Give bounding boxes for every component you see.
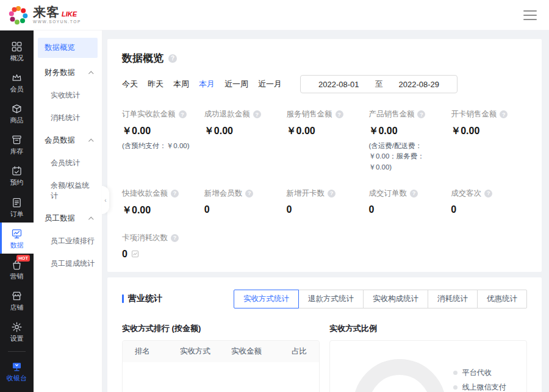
- stat-card-consume-count: 卡项消耗次数? 0: [122, 233, 527, 260]
- help-icon[interactable]: ?: [410, 190, 418, 198]
- sidebar-item-data[interactable]: 数据: [0, 223, 34, 254]
- sidebar-item-orders[interactable]: 订单: [0, 191, 34, 223]
- monitor-chart-icon: [11, 228, 23, 240]
- submenu-item-member-stats[interactable]: 会员统计: [34, 152, 102, 174]
- stat-label: 产品销售金额: [368, 109, 414, 119]
- tab-income-composition-stats[interactable]: 实收构成统计: [363, 290, 428, 308]
- stat-deal-orders: 成交订单数? 0: [368, 188, 445, 217]
- submenu-item-staff-performance-ranking[interactable]: 员工业绩排行: [34, 230, 102, 252]
- secondary-sidebar: 数据概览 财务数据 实收统计 消耗统计 会员数据 会员统计 余额/权益统计 员工…: [34, 30, 102, 392]
- chevron-up-icon: [88, 216, 93, 221]
- divider: [8, 351, 26, 352]
- legend-dot: [453, 371, 458, 375]
- submenu-item-consumption-stats[interactable]: 消耗统计: [34, 107, 102, 129]
- menu-toggle-icon[interactable]: [523, 10, 537, 20]
- package-icon: [11, 103, 23, 115]
- stat-service-sales-amount: 服务销售金额? ￥0.00: [287, 109, 363, 173]
- sidebar-item-inventory[interactable]: 库存: [0, 129, 34, 160]
- submenu-group-staff-data[interactable]: 员工数据: [34, 207, 102, 230]
- submenu-item-staff-commission-stats[interactable]: 员工提成统计: [34, 252, 102, 275]
- stat-label: 服务销售金额: [287, 109, 332, 119]
- stat-label: 新增开卡数: [287, 188, 325, 199]
- submenu-item-balance-equity-stats[interactable]: 余额/权益统计: [34, 174, 102, 207]
- sidebar-item-overview[interactable]: 概况: [0, 35, 34, 66]
- rail-bottom: 收银台: [0, 347, 34, 392]
- stats-tabs: 实收方式统计 退款方式统计 实收构成统计 消耗统计 优惠统计: [234, 290, 527, 308]
- filter-today[interactable]: 今天: [122, 79, 138, 90]
- filter-this-month[interactable]: 本月: [199, 79, 215, 90]
- chevron-up-icon: [88, 71, 93, 76]
- filter-yesterday[interactable]: 昨天: [148, 79, 163, 90]
- chevron-up-icon: [88, 138, 93, 143]
- overview-card: 数据概览 ? 今天 昨天 本周 本月 近一周 近一月 2022-08-01 至 …: [107, 39, 542, 272]
- help-icon[interactable]: ?: [500, 110, 508, 118]
- sidebar-item-products[interactable]: 商品: [0, 98, 34, 129]
- stat-order-paid-amount: 订单实收款金额? ￥0.00 (含预约支付：￥0.00): [122, 109, 198, 173]
- detail-report-icon[interactable]: [131, 250, 139, 258]
- document-icon: [11, 197, 23, 208]
- sidebar-item-members[interactable]: 会员: [0, 66, 34, 98]
- tab-consumption-stats[interactable]: 消耗统计: [428, 290, 478, 308]
- date-range-picker[interactable]: 2022-08-01 至 2022-08-29: [300, 75, 458, 93]
- help-icon[interactable]: ?: [484, 190, 492, 198]
- tab-refund-method-stats[interactable]: 退款方式统计: [298, 290, 364, 308]
- help-icon[interactable]: ?: [245, 190, 253, 198]
- help-icon[interactable]: ?: [328, 190, 336, 198]
- ranking-table: 排名 实收方式 实收金额 占比 暂无数据: [122, 340, 320, 392]
- date-end[interactable]: 2022-08-29: [399, 80, 440, 89]
- section-title: 营业统计: [122, 293, 162, 304]
- legend-label: 平台代收: [462, 368, 492, 378]
- chevron-left-icon: ‹: [104, 197, 106, 204]
- submenu-item-income-stats[interactable]: 实收统计: [34, 84, 102, 107]
- stat-value: 0: [368, 204, 445, 215]
- stat-value: 0: [204, 204, 281, 215]
- help-icon[interactable]: ?: [336, 110, 343, 118]
- legend-label: 线上微信支付: [462, 382, 506, 392]
- stat-value: ￥0.00: [368, 125, 445, 138]
- tab-discount-stats[interactable]: 优惠统计: [477, 290, 527, 308]
- help-icon[interactable]: ?: [171, 234, 179, 242]
- help-icon[interactable]: ?: [417, 110, 425, 118]
- stat-label: 快捷收款金额: [122, 188, 168, 199]
- date-start[interactable]: 2022-08-01: [318, 80, 359, 89]
- date-separator: 至: [375, 79, 383, 90]
- help-icon[interactable]: ?: [179, 110, 187, 118]
- filter-this-week[interactable]: 本周: [173, 79, 189, 90]
- filter-last-7-days[interactable]: 近一周: [224, 79, 248, 90]
- stat-new-members: 新增会员数? 0: [204, 188, 281, 217]
- help-icon[interactable]: ?: [171, 190, 179, 198]
- col-amount: 实收金额: [219, 346, 274, 357]
- help-icon[interactable]: ?: [168, 54, 177, 63]
- submenu-group-finance-data[interactable]: 财务数据: [34, 62, 102, 84]
- legend-item[interactable]: 平台代收: [453, 368, 514, 378]
- tab-payment-method-stats[interactable]: 实收方式统计: [234, 290, 299, 308]
- group-title: 财务数据: [45, 68, 75, 78]
- sidebar-item-marketing[interactable]: HOT 营销: [0, 254, 34, 285]
- submenu-item-data-overview[interactable]: 数据概览: [38, 38, 98, 58]
- app-logo[interactable]: 来客 LIKE WWW.SOYUN.TOP: [7, 4, 81, 26]
- sidebar-item-settings[interactable]: 设置: [0, 316, 34, 347]
- col-method: 实收方式: [171, 346, 219, 357]
- logo-icon: [7, 4, 29, 26]
- title-accent-bar: [122, 294, 124, 303]
- stat-quick-payment-amount: 快捷收款金额? ￥0.00: [122, 188, 198, 217]
- sidebar-collapse-button[interactable]: ‹: [102, 186, 109, 214]
- sidebar-item-booking[interactable]: 预约: [0, 160, 34, 191]
- group-title: 员工数据: [45, 213, 75, 224]
- stat-value: 0: [122, 249, 127, 260]
- filter-last-30-days[interactable]: 近一月: [258, 79, 282, 90]
- group-title: 会员数据: [45, 135, 75, 146]
- cashier-button[interactable]: 收银台: [0, 355, 34, 387]
- submenu-group-member-data[interactable]: 会员数据: [34, 129, 102, 152]
- donut-center: 总金额 ￥0.00: [353, 359, 446, 392]
- legend-item[interactable]: 线上微信支付: [453, 382, 514, 392]
- help-icon[interactable]: ?: [253, 110, 261, 118]
- empty-state: 暂无数据: [123, 362, 319, 392]
- stat-value: ￥0.00: [122, 125, 198, 138]
- col-ratio: 占比: [274, 346, 307, 357]
- proportion-panel: 实收方式比例 总金额 ￥0.00 平台代收 线上微信支付 现金 其他 微信（记账…: [329, 323, 527, 392]
- col-rank: 排名: [135, 346, 171, 357]
- sidebar-item-shop[interactable]: 店铺: [0, 285, 34, 316]
- section-title-text: 营业统计: [128, 293, 162, 304]
- stat-value: ￥0.00: [204, 125, 281, 138]
